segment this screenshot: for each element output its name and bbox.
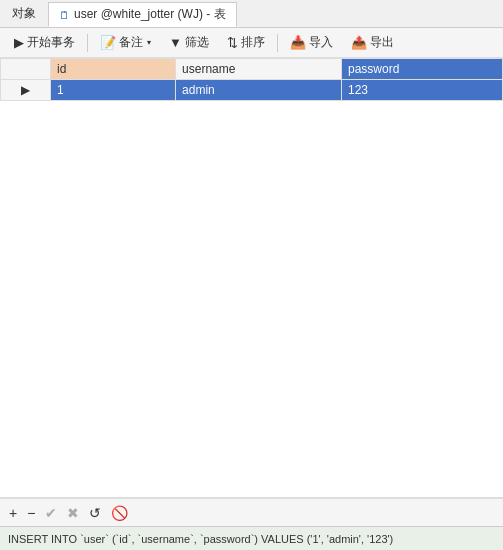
column-header-username[interactable]: username: [176, 59, 342, 80]
row-indicator-header: [1, 59, 51, 80]
remove-row-button[interactable]: −: [24, 504, 38, 522]
filter-label: 筛选: [185, 34, 209, 51]
data-table: id username password ▶ 1 admin 123: [0, 58, 503, 101]
export-icon: 📤: [351, 35, 367, 50]
cell-username[interactable]: admin: [176, 80, 342, 101]
start-transaction-label: 开始事务: [27, 34, 75, 51]
info-button[interactable]: 🚫: [108, 504, 131, 522]
table-tab[interactable]: 🗒 user @white_jotter (WJ) - 表: [48, 2, 237, 27]
separator-1: [87, 34, 88, 52]
add-row-button[interactable]: +: [6, 504, 20, 522]
filter-icon: ▼: [169, 35, 182, 50]
bottom-toolbar: + − ✔ ✖ ↺ 🚫: [0, 498, 503, 526]
table-header-row: id username password: [1, 59, 503, 80]
table-row[interactable]: ▶ 1 admin 123: [1, 80, 503, 101]
cell-password[interactable]: 123: [342, 80, 503, 101]
refresh-button[interactable]: ↺: [86, 504, 104, 522]
objects-text: 对象: [12, 5, 36, 22]
comment-dropdown-icon: ▾: [147, 38, 151, 47]
import-icon: 📥: [290, 35, 306, 50]
sort-button[interactable]: ⇅ 排序: [219, 30, 273, 55]
import-label: 导入: [309, 34, 333, 51]
column-header-password[interactable]: password: [342, 59, 503, 80]
export-label: 导出: [370, 34, 394, 51]
sort-icon: ⇅: [227, 35, 238, 50]
column-header-id[interactable]: id: [51, 59, 176, 80]
toolbar: ▶ 开始事务 📝 备注 ▾ ▼ 筛选 ⇅ 排序 📥 导入 📤 导出: [0, 28, 503, 58]
objects-label: 对象: [4, 5, 44, 22]
filter-button[interactable]: ▼ 筛选: [161, 30, 217, 55]
comment-label: 备注: [119, 34, 143, 51]
sort-label: 排序: [241, 34, 265, 51]
table-tab-icon: 🗒: [59, 9, 70, 21]
export-button[interactable]: 📤 导出: [343, 30, 402, 55]
separator-2: [277, 34, 278, 52]
cancel-button[interactable]: ✖: [64, 504, 82, 522]
start-transaction-icon: ▶: [14, 35, 24, 50]
start-transaction-button[interactable]: ▶ 开始事务: [6, 30, 83, 55]
table-area: id username password ▶ 1 admin 123: [0, 58, 503, 498]
comment-button[interactable]: 📝 备注 ▾: [92, 30, 159, 55]
comment-icon: 📝: [100, 35, 116, 50]
import-button[interactable]: 📥 导入: [282, 30, 341, 55]
row-indicator: ▶: [1, 80, 51, 101]
table-tab-label: user @white_jotter (WJ) - 表: [74, 6, 226, 23]
cell-id[interactable]: 1: [51, 80, 176, 101]
confirm-button[interactable]: ✔: [42, 504, 60, 522]
status-text: INSERT INTO `user` (`id`, `username`, `p…: [8, 533, 393, 545]
title-bar: 对象 🗒 user @white_jotter (WJ) - 表: [0, 0, 503, 28]
status-bar: INSERT INTO `user` (`id`, `username`, `p…: [0, 526, 503, 550]
